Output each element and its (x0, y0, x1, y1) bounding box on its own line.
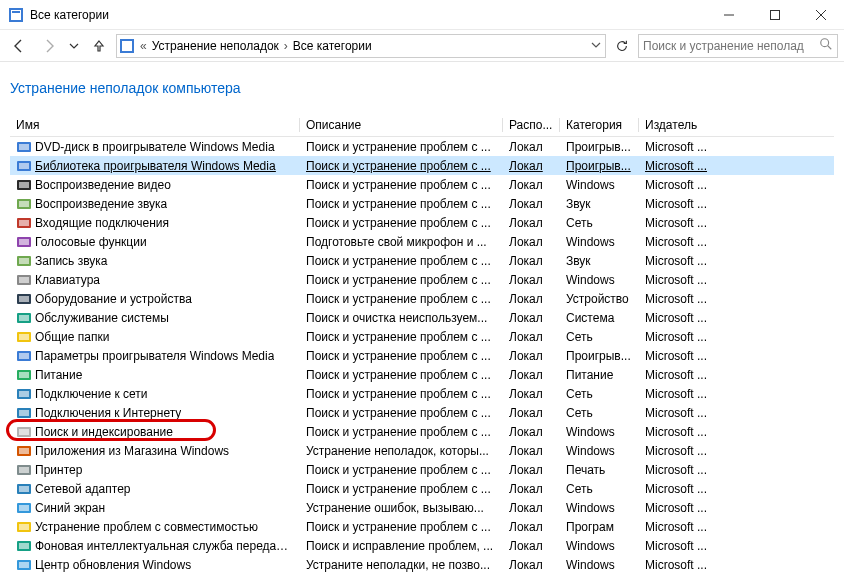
table-row[interactable]: ПринтерПоиск и устранение проблем с ...Л… (10, 460, 834, 479)
cell-category: Питание (560, 368, 639, 382)
cell-publisher: Microsoft ... (639, 425, 719, 439)
cell-name[interactable]: Поиск и индексирование (10, 424, 300, 440)
search-input[interactable] (643, 39, 815, 53)
table-row[interactable]: Голосовые функцииПодготовьте свой микроф… (10, 232, 834, 251)
table-row[interactable]: Запись звукаПоиск и устранение проблем с… (10, 251, 834, 270)
cell-name[interactable]: Общие папки (10, 329, 300, 345)
table-row[interactable]: Синий экранУстранение ошибок, вызываю...… (10, 498, 834, 517)
cell-location: Локал (503, 349, 560, 363)
cell-name[interactable]: Центр обновления Windows (10, 557, 300, 573)
svg-rect-12 (19, 144, 29, 150)
cell-category: Система (560, 311, 639, 325)
table-row[interactable]: Поиск и индексированиеПоиск и устранение… (10, 422, 834, 441)
cell-name[interactable]: Параметры проигрывателя Windows Media (10, 348, 300, 364)
cell-name[interactable]: Питание (10, 367, 300, 383)
cell-location: Локал (503, 406, 560, 420)
column-header-name[interactable]: Имя (10, 114, 300, 136)
column-header-description[interactable]: Описание (300, 114, 503, 136)
cell-location: Локал (503, 235, 560, 249)
cell-name[interactable]: Фоновая интеллектуальная служба передачи… (10, 538, 300, 554)
table-row[interactable]: Обслуживание системыПоиск и очистка неис… (10, 308, 834, 327)
column-header-location[interactable]: Распо... (503, 114, 560, 136)
cell-name[interactable]: Приложения из Магазина Windows (10, 443, 300, 459)
refresh-button[interactable] (610, 34, 634, 58)
cell-location: Локал (503, 520, 560, 534)
cell-name[interactable]: Оборудование и устройства (10, 291, 300, 307)
svg-rect-34 (19, 353, 29, 359)
cell-name[interactable]: Воспроизведение видео (10, 177, 300, 193)
minimize-button[interactable] (706, 0, 752, 30)
column-header-publisher[interactable]: Издатель (639, 114, 719, 136)
item-name: Оборудование и устройства (35, 292, 192, 306)
cell-publisher: Microsoft ... (639, 463, 719, 477)
cell-name[interactable]: Подключения к Интернету (10, 405, 300, 421)
table-row[interactable]: Фоновая интеллектуальная служба передачи… (10, 536, 834, 555)
table-row[interactable]: Приложения из Магазина WindowsУстранение… (10, 441, 834, 460)
table-row[interactable]: Параметры проигрывателя Windows MediaПои… (10, 346, 834, 365)
cell-name[interactable]: Обслуживание системы (10, 310, 300, 326)
cell-name[interactable]: Клавиатура (10, 272, 300, 288)
svg-rect-48 (19, 486, 29, 492)
table-row[interactable]: Оборудование и устройстваПоиск и устране… (10, 289, 834, 308)
cell-name[interactable]: Устранение проблем с совместимостью (10, 519, 300, 535)
cell-name[interactable]: Запись звука (10, 253, 300, 269)
troubleshooter-icon (16, 158, 32, 174)
back-button[interactable] (6, 33, 32, 59)
table-row[interactable]: DVD-диск в проигрывателе Windows MediaПо… (10, 137, 834, 156)
page-body: Устранение неполадок компьютера Имя Опис… (0, 62, 844, 587)
svg-line-10 (828, 46, 832, 50)
cell-name[interactable]: Принтер (10, 462, 300, 478)
address-bar[interactable]: « Устранение неполадок › Все категории (116, 34, 606, 58)
cell-name[interactable]: Подключение к сети (10, 386, 300, 402)
item-name: Сетевой адаптер (35, 482, 130, 496)
svg-rect-38 (19, 391, 29, 397)
cell-name[interactable]: Сетевой адаптер (10, 481, 300, 497)
svg-point-9 (821, 39, 829, 47)
cell-name[interactable]: Воспроизведение звука (10, 196, 300, 212)
cell-name[interactable]: DVD-диск в проигрывателе Windows Media (10, 139, 300, 155)
table-row[interactable]: ПитаниеПоиск и устранение проблем с ...Л… (10, 365, 834, 384)
cell-name[interactable]: Библиотека проигрывателя Windows Media (10, 158, 300, 174)
svg-rect-28 (19, 296, 29, 302)
cell-name[interactable]: Голосовые функции (10, 234, 300, 250)
cell-category: Windows (560, 178, 639, 192)
cell-category: Проигрыв... (560, 349, 639, 363)
maximize-button[interactable] (752, 0, 798, 30)
column-header-category[interactable]: Категория (560, 114, 639, 136)
list-view[interactable]: DVD-диск в проигрывателе Windows MediaПо… (10, 137, 834, 574)
troubleshooter-icon (16, 253, 32, 269)
table-row[interactable]: КлавиатураПоиск и устранение проблем с .… (10, 270, 834, 289)
breadcrumb-part[interactable]: Устранение неполадок (152, 39, 279, 53)
table-row[interactable]: Общие папкиПоиск и устранение проблем с … (10, 327, 834, 346)
cell-location: Локал (503, 273, 560, 287)
search-box[interactable] (638, 34, 838, 58)
cell-publisher: Microsoft ... (639, 444, 719, 458)
cell-description: Устранение неполадок, которы... (300, 444, 503, 458)
cell-name[interactable]: Синий экран (10, 500, 300, 516)
table-row[interactable]: Библиотека проигрывателя Windows MediaПо… (10, 156, 834, 175)
table-row[interactable]: Устранение проблем с совместимостьюПоиск… (10, 517, 834, 536)
address-dropdown-icon[interactable] (591, 39, 603, 53)
table-row[interactable]: Подключения к ИнтернетуПоиск и устранени… (10, 403, 834, 422)
table-row[interactable]: Центр обновления WindowsУстраните непола… (10, 555, 834, 574)
troubleshooter-icon (16, 424, 32, 440)
search-icon[interactable] (819, 37, 833, 54)
cell-publisher: Microsoft ... (639, 349, 719, 363)
breadcrumb-part[interactable]: Все категории (293, 39, 372, 53)
table-row[interactable]: Сетевой адаптерПоиск и устранение пробле… (10, 479, 834, 498)
up-button[interactable] (86, 33, 112, 59)
recent-locations-button[interactable] (66, 33, 82, 59)
table-row[interactable]: Воспроизведение видеоПоиск и устранение … (10, 175, 834, 194)
cell-location: Локал (503, 140, 560, 154)
table-row[interactable]: Входящие подключенияПоиск и устранение п… (10, 213, 834, 232)
cell-category: Сеть (560, 387, 639, 401)
troubleshooter-icon (16, 329, 32, 345)
troubleshooter-icon (16, 405, 32, 421)
troubleshooter-icon (16, 139, 32, 155)
item-name: Воспроизведение видео (35, 178, 171, 192)
close-button[interactable] (798, 0, 844, 30)
cell-name[interactable]: Входящие подключения (10, 215, 300, 231)
table-row[interactable]: Подключение к сетиПоиск и устранение про… (10, 384, 834, 403)
table-row[interactable]: Воспроизведение звукаПоиск и устранение … (10, 194, 834, 213)
forward-button[interactable] (36, 33, 62, 59)
